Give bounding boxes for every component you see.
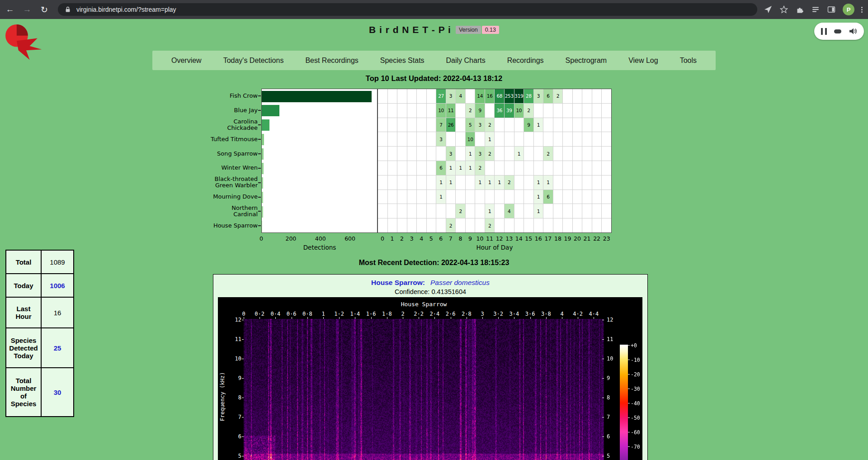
pause-button[interactable]: [821, 28, 827, 35]
spec-x-tick: 3·2: [493, 311, 503, 317]
heat-cell: [602, 104, 611, 118]
colorbar-label: -60: [631, 429, 640, 436]
heat-cell: 5: [466, 118, 475, 132]
spec-y-tickmark: [602, 339, 604, 340]
nav-item-overview[interactable]: Overview: [169, 57, 204, 65]
browser-menu-icon[interactable]: [861, 7, 863, 13]
heat-cell: [436, 147, 446, 161]
send-icon[interactable]: [764, 5, 773, 14]
stat-value[interactable]: 1006: [41, 274, 74, 297]
bar-winter-wren: [262, 163, 264, 174]
spec-x-tick: 1·4: [350, 311, 360, 317]
heat-cell: [602, 147, 611, 161]
species-axis-tickmark: [258, 225, 261, 226]
nav-item-daily-charts[interactable]: Daily Charts: [443, 57, 488, 65]
bar-mourning-dove: [262, 192, 263, 203]
stat-value[interactable]: 25: [41, 328, 74, 368]
heat-cell: 9: [524, 118, 533, 132]
detection-scientific-name-link[interactable]: Passer domesticus: [430, 279, 490, 286]
hour-axis-tick: 21: [584, 235, 591, 242]
hour-axis-tick: 10: [476, 235, 484, 242]
spec-y-tick: 7: [230, 414, 241, 420]
nav-item-today-s-detections[interactable]: Today's Detections: [221, 57, 287, 65]
spec-x-tickmark: [467, 317, 467, 319]
detection-common-name-link[interactable]: House Sparrow:: [371, 279, 425, 286]
version-value: 0.13: [482, 26, 499, 34]
heat-cell: [407, 204, 417, 218]
nav-bar: OverviewToday's DetectionsBest Recording…: [152, 51, 716, 70]
heat-cell: [543, 218, 553, 232]
bar-black-throated-green-warbler: [262, 177, 263, 189]
heat-cell: [553, 104, 563, 118]
heat-cell: [514, 204, 524, 218]
species-axis-tickmark: [258, 139, 261, 140]
heat-cell: 2: [446, 218, 456, 232]
nav-item-tools[interactable]: Tools: [677, 57, 699, 65]
heat-cell: 3: [446, 147, 456, 161]
heat-cell: [397, 161, 407, 175]
detections-bar-panel: [261, 89, 377, 233]
spec-y-tickmark: [602, 398, 604, 398]
heat-cell: [495, 147, 504, 161]
heat-cell: [563, 132, 572, 146]
extensions-puzzle-icon[interactable]: [795, 5, 804, 14]
nav-item-species-stats[interactable]: Species Stats: [377, 57, 427, 65]
nav-item-view-log[interactable]: View Log: [626, 57, 661, 65]
heat-cell: 4: [505, 204, 514, 218]
spec-y-tick: 5: [230, 453, 241, 459]
heat-cell: [378, 175, 387, 190]
colorbar-label: -30: [631, 386, 640, 392]
heat-cell: [378, 161, 387, 175]
profile-avatar[interactable]: P: [843, 4, 854, 15]
heat-cell: [524, 147, 533, 161]
spec-y-tick: 6: [607, 433, 618, 440]
heat-cell: [427, 118, 436, 132]
spec-y-tickmark: [602, 456, 604, 456]
heat-cell: [514, 118, 524, 132]
heat-cell: [417, 118, 426, 132]
heat-cell: [427, 147, 436, 161]
nav-item-recordings[interactable]: Recordings: [505, 57, 547, 65]
heat-cell: [563, 118, 572, 132]
reading-list-icon[interactable]: [811, 5, 820, 14]
heat-cell: [475, 204, 485, 218]
volume-icon[interactable]: [848, 27, 857, 36]
heat-cell: [397, 104, 407, 118]
bookmark-star-icon[interactable]: [779, 5, 788, 14]
heat-cell: [407, 161, 417, 175]
heat-cell: [573, 118, 582, 132]
heat-cell: [543, 204, 553, 218]
heat-cell: 10: [466, 132, 475, 146]
species-label-blue-jay: Blue Jay: [149, 103, 258, 118]
heat-cell: [534, 132, 543, 146]
forward-button[interactable]: →: [20, 2, 34, 17]
spec-y-tickmark: [242, 456, 244, 456]
audio-player[interactable]: [814, 23, 864, 40]
heat-cell: 2: [466, 104, 475, 118]
address-bar[interactable]: virginia.birdnetpi.com/?stream=play: [58, 3, 757, 16]
spec-x-tick: 1·8: [382, 311, 392, 317]
heat-cell: [602, 161, 611, 175]
detection-panel: House Sparrow:Passer domesticus Confiden…: [213, 274, 648, 460]
spec-x-tick: 3·4: [509, 311, 519, 317]
stat-label: Species Detected Today: [6, 328, 41, 368]
heat-cell: [573, 147, 582, 161]
stat-label: Total Number of Species: [6, 368, 41, 417]
browser-toolbar: ← → ↻ virginia.birdnetpi.com/?stream=pla…: [0, 0, 868, 19]
nav-item-best-recordings[interactable]: Best Recordings: [302, 57, 361, 65]
side-panel-icon[interactable]: [827, 5, 836, 14]
heat-cell: 1: [436, 190, 446, 204]
heatmap-axis-title: Hour of Day: [377, 244, 612, 251]
spec-y-tickmark: [242, 320, 244, 320]
heat-cell: [466, 89, 475, 103]
spec-x-tickmark: [403, 317, 403, 319]
heat-cell: [485, 104, 495, 118]
spec-x-tickmark: [530, 317, 531, 319]
nav-item-spectrogram[interactable]: Spectrogram: [563, 57, 610, 65]
back-button[interactable]: ←: [3, 2, 17, 17]
browser-window: ← → ↻ virginia.birdnetpi.com/?stream=pla…: [0, 0, 868, 460]
stat-value[interactable]: 30: [41, 368, 74, 417]
heat-cell: [388, 104, 397, 118]
reload-button[interactable]: ↻: [37, 2, 52, 17]
heat-cell: [378, 89, 387, 103]
